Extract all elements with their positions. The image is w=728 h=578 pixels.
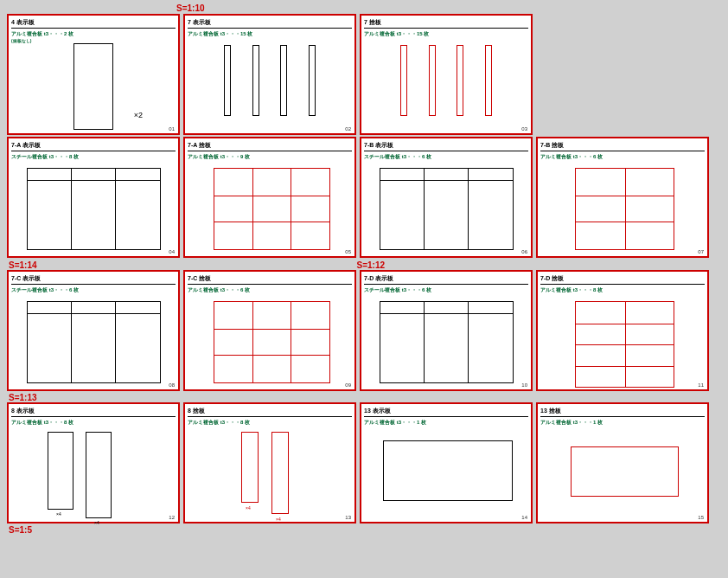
drawing-area [188,36,352,123]
panel-title: 13 表示板 [364,407,528,415]
strip-shape [485,45,492,116]
page-number: 08 [169,382,175,388]
panel-06: 7-B 表示板 スチール複合板 t3・・・6 枚 06 [360,137,533,258]
multiplier-label: ×2 [134,111,143,119]
grid-shape [27,301,161,383]
row-3: 7-C 表示板 スチール複合板 t3・・・6 枚 08 7-C 捨板 アルミ複合… [7,270,721,391]
drawing-area: ×4 ×4 [11,425,176,511]
drawing-area [364,36,528,123]
rect-shape [73,43,113,130]
grid-shape [27,168,161,250]
panel-title: 7-A 表示板 [11,141,176,150]
rect-shape [383,440,513,501]
strip-shape [224,45,231,116]
page-number: 02 [345,126,351,132]
panel-title: 7-B 捨板 [540,141,705,150]
drawing-area [540,159,705,246]
page-number: 06 [521,249,527,254]
panel-10: 7-D 表示板 スチール複合板 t3・・・6 枚 10 [360,270,533,391]
scale-label-5: S=1:5 [9,525,721,535]
strip-group [390,45,502,116]
grid-shape [380,168,514,250]
page-number: 10 [521,382,527,388]
drawing-area [364,159,528,246]
panel-09: 7-C 捨板 アルミ複合板 t3・・・6 枚 09 [183,270,356,391]
row-1: 4 表示板 アルミ複合板 t3・・・2 枚 (抜板なし) ×2 01 7 表示板… [7,14,721,135]
strip-shape [400,45,407,116]
rect-shape [271,432,289,514]
panel-13: 8 捨板 アルミ複合板 t3・・・8 枚 ×4 ×4 13 [183,402,356,523]
drawing-area [540,425,705,511]
page-number: 15 [698,515,704,520]
scale-label-12: S=1:12 [357,260,386,270]
grid-shape [214,301,330,383]
drawing-area: ×4 ×4 [188,425,352,511]
page-number: 07 [698,249,704,254]
page-number: 11 [698,382,704,388]
drawing-area [540,292,705,379]
drawing-area [11,292,176,379]
panel-title: 8 表示板 [11,407,176,415]
panel-02: 7 表示板 アルミ複合板 t3・・・15 枚 02 [183,14,356,135]
panel-07: 7-B 捨板 アルミ複合板 t3・・・6 枚 07 [536,137,709,258]
panel-title: 7-D 捨板 [540,274,705,283]
panel-title: 7-C 捨板 [188,274,352,283]
multiplier-label: ×4 [94,520,99,525]
drawing-area [188,292,352,379]
panel-title: 13 捨板 [540,407,705,415]
panel-11: 7-D 捨板 アルミ複合板 t3・・・8 枚 11 [536,270,709,391]
panel-12: 8 表示板 アルミ複合板 t3・・・8 枚 ×4 ×4 12 [7,402,180,523]
strip-shape [429,45,436,116]
grid-shape [575,168,674,250]
rect-shape [86,432,112,518]
drawing-area [188,159,352,246]
strip-shape [309,45,316,116]
panel-title: 4 表示板 [11,18,176,27]
strip-group [214,45,326,116]
panel-title: 7 捨板 [364,18,528,27]
grid-shape [214,168,330,250]
page-number: 14 [521,515,527,520]
panel-title: 7-C 表示板 [11,274,176,283]
panel-03: 7 捨板 アルミ複合板 t3・・・15 枚 03 [360,14,533,135]
page-number: 01 [169,126,175,132]
page-number: 12 [169,515,175,520]
panel-05: 7-A 捨板 アルミ複合板 t3・・・9 枚 05 [183,137,356,258]
drawing-area [364,292,528,379]
panel-01: 4 表示板 アルミ複合板 t3・・・2 枚 (抜板なし) ×2 01 [7,14,180,135]
drawing-area [11,159,176,246]
page-number: 09 [345,382,351,388]
panel-title: 7-D 表示板 [364,274,528,283]
panel-title: 7-B 表示板 [364,141,528,150]
grid-shape [380,301,514,383]
drawing-area: ×2 [11,36,176,123]
rect-shape [571,446,679,497]
page-number: 03 [521,126,527,132]
panel-04: 7-A 表示板 スチール複合板 t3・・・8 枚 04 [7,137,180,258]
multiplier-label: ×4 [276,517,281,522]
scale-label-10: S=1:10 [176,3,721,13]
panel-title: 8 捨板 [188,407,352,415]
panel-14: 13 表示板 アルミ複合板 t3・・・1 枚 14 [360,402,533,523]
grid-shape [575,301,674,388]
strip-shape [252,45,259,116]
row-4: 8 表示板 アルミ複合板 t3・・・8 枚 ×4 ×4 12 8 捨板 アルミ複… [7,402,721,523]
drawing-area [364,425,528,511]
panel-title: 7-A 捨板 [188,141,352,150]
page-number: 05 [345,249,351,254]
page-number: 13 [345,515,351,520]
page-number: 04 [169,249,175,254]
panel-15: 13 捨板 アルミ複合板 t3・・・1 枚 15 [536,402,709,523]
row-2: 7-A 表示板 スチール複合板 t3・・・8 枚 04 7-A 捨板 アルミ複合… [7,137,721,258]
rect-shape [48,432,73,510]
panel-title: 7 表示板 [188,18,352,27]
strip-shape [457,45,463,116]
multiplier-label: ×4 [56,511,61,517]
multiplier-label: ×4 [246,505,251,511]
panel-08: 7-C 表示板 スチール複合板 t3・・・6 枚 08 [7,270,180,391]
rect-shape [241,432,259,503]
scale-label-13: S=1:13 [9,393,721,402]
strip-shape [280,45,287,116]
scale-label-14: S=1:14 [9,260,37,270]
